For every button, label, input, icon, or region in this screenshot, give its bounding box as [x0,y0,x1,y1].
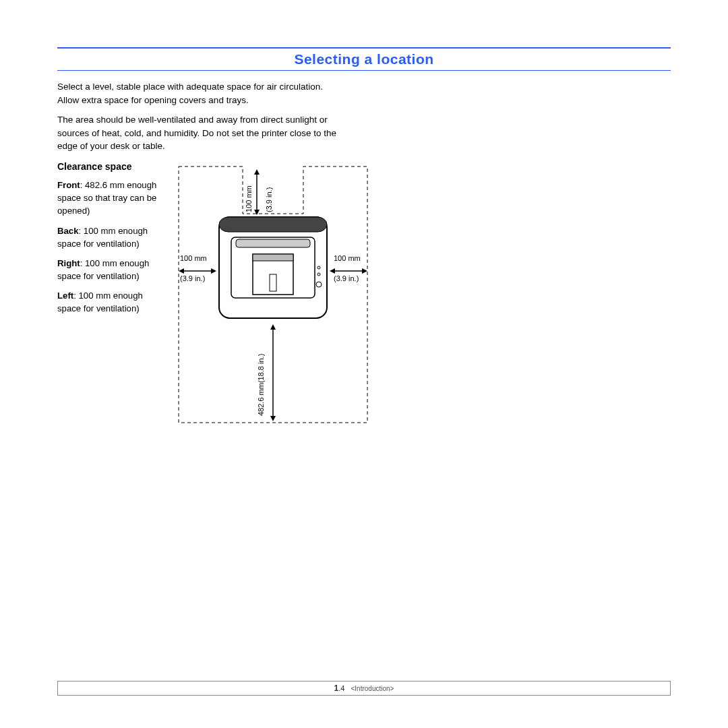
page-footer: 1.4 <Introduction> [57,681,671,696]
label-right: Right [57,258,80,268]
dim-left-in: (3.9 in.) [180,274,205,283]
clearance-right: Right: 100 mm enough space for ventilati… [57,257,158,282]
arrow-right-head-r [362,268,367,274]
content-columns: Clearance space Front: 482.6 mm enough s… [57,160,671,429]
arrow-front-head-down [270,416,276,421]
svg-rect-6 [270,274,276,291]
clearance-back: Back: 100 mm enough space for ventilatio… [57,224,158,250]
intro-paragraph-1: Select a level, stable place with adequa… [57,80,340,107]
dim-top-in: (3.9 in.) [265,172,274,212]
arrow-right-head-l [330,268,335,274]
dim-front-combined: 482.6 mm(18.8 in.) [257,335,266,416]
svg-rect-5 [253,254,293,261]
arrow-top-head-up [254,169,260,175]
label-back: Back [57,226,79,236]
arrow-front-head-up [270,324,276,330]
label-front: Front [57,180,80,190]
svg-rect-3 [236,239,310,247]
rule-under-heading [57,70,671,71]
dim-top-mm: 100 mm [245,172,253,212]
intro-paragraph-2: The area should be well-ventilated and a… [57,113,340,153]
label-left: Left [57,291,73,301]
clearance-text-column: Clearance space Front: 482.6 mm enough s… [57,160,158,322]
arrow-top-head-down [254,210,260,215]
rule-top [57,47,671,49]
printer-icon [219,217,327,318]
clearance-front: Front: 482.6 mm enough space so that tra… [57,179,158,217]
clearance-left: Left: 100 mm enough space for ventilatio… [57,289,158,315]
section-heading: Selecting a location [57,51,671,67]
dim-right-in: (3.9 in.) [334,274,359,283]
svg-rect-1 [219,217,327,232]
dim-right-mm: 100 mm [334,254,361,263]
arrow-left-head-l [179,268,184,274]
dim-left-mm: 100 mm [180,254,207,263]
footer-section: <Introduction> [351,685,394,692]
document-page: Selecting a location Select a level, sta… [0,0,728,728]
clearance-diagram: 100 mm (3.9 in.) 100 mm (3.9 in.) 100 mm… [172,160,374,429]
clearance-subhead: Clearance space [57,160,158,173]
arrow-left-head-r [211,268,216,274]
footer-page: .4 [338,684,344,692]
